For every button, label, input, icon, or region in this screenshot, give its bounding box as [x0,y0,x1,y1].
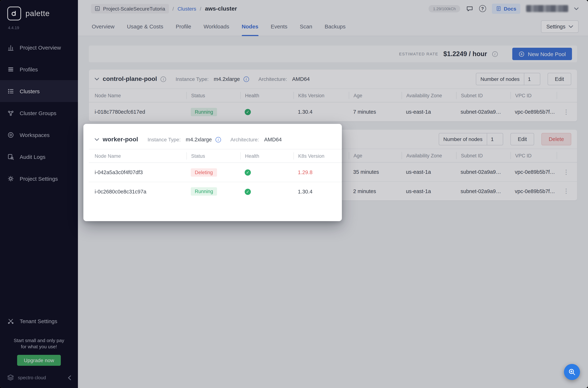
pool-name: worker-pool [103,136,138,143]
status-badge: Running [191,187,217,196]
status-cell: Deleting [186,168,240,176]
health-cell [240,169,294,176]
col-k8s-version: K8s Version [294,152,342,160]
table-header-row: Node Name Status Health K8s Version [89,149,342,163]
instance-type-label: Instance Type: [148,137,181,143]
k8s-version: 1.30.4 [294,189,342,194]
status-badge: Deleting [191,168,217,176]
col-status: Status [186,152,240,160]
col-health: Health [240,152,294,160]
health-ok-icon [245,170,251,176]
node-name: i-0c2680c0e8c31c97a [95,189,186,194]
table-row: i-0c2680c0e8c31c97a Running 1.30.4 [89,182,342,201]
col-node-name: Node Name [95,152,186,160]
architecture-value: AMD64 [264,137,282,143]
pool-header: worker-pool Instance Type: m4.2xlarge Ar… [89,130,342,149]
instance-type-info-icon[interactable] [216,137,221,142]
collapse-pool-icon[interactable] [95,138,99,141]
table-row: i-042a5a3c0f4f07df3 Deleting 1.29.8 [89,163,342,182]
instance-type-value: m4.2xlarge [186,137,212,143]
health-cell [240,188,294,195]
app-window: palette 4.4.19 Project Overview Profiles… [0,0,588,388]
worker-pool-spotlight: worker-pool Instance Type: m4.2xlarge Ar… [83,124,342,221]
architecture-label: Architecture: [230,137,259,143]
node-name: i-042a5a3c0f4f07df3 [95,170,186,175]
status-cell: Running [186,187,240,196]
magnifier-plus-icon [568,368,576,376]
health-ok-icon [245,189,251,195]
k8s-version: 1.29.8 [294,170,342,175]
zoom-search-fab[interactable] [564,364,580,380]
